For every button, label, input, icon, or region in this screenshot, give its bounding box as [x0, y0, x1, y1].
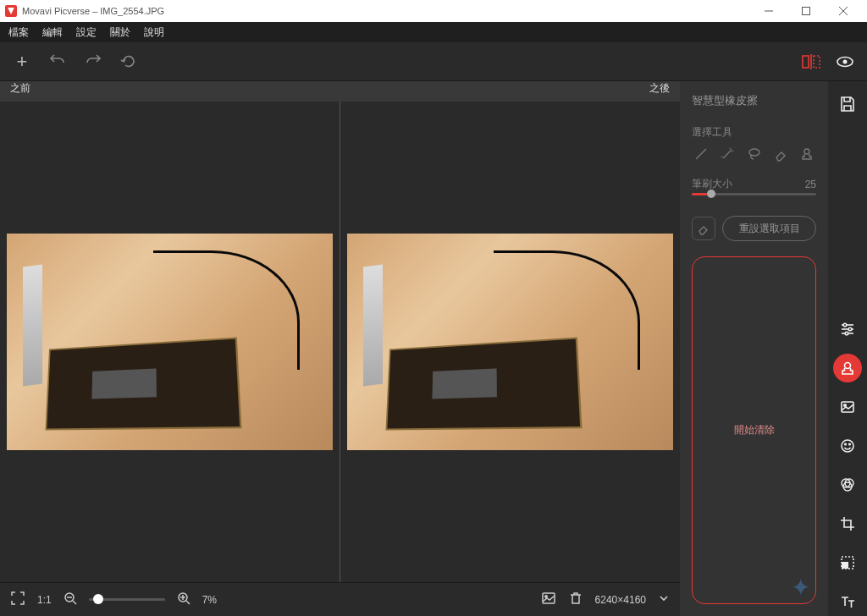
svg-point-19 [804, 149, 809, 154]
close-button[interactable] [825, 0, 862, 22]
svg-line-13 [186, 601, 190, 604]
minimize-button[interactable] [750, 0, 787, 22]
side-panel: 智慧型橡皮擦 選擇工具 筆刷大小 25 重設選取項目 開始清除 [680, 81, 828, 616]
reset-button[interactable] [119, 52, 139, 72]
titlebar: Movavi Picverse – IMG_2554.JPG [0, 0, 867, 22]
svg-point-31 [849, 443, 851, 445]
resize-icon[interactable] [833, 548, 862, 577]
stamp-tool-icon[interactable] [798, 143, 816, 165]
adjust-icon[interactable] [833, 315, 862, 344]
brush-size-slider[interactable] [692, 193, 816, 195]
menu-file[interactable]: 檔案 [8, 25, 29, 40]
after-label: 之後 [340, 81, 671, 102]
text-icon[interactable] [833, 587, 862, 616]
svg-point-25 [845, 332, 848, 335]
svg-rect-1 [803, 8, 810, 15]
svg-point-17 [544, 596, 546, 597]
svg-point-18 [749, 149, 759, 156]
zoom-slider[interactable] [89, 598, 165, 601]
before-pane [0, 102, 340, 582]
menu-help[interactable]: 說明 [144, 25, 164, 40]
zoom-1to1[interactable]: 1:1 [37, 594, 52, 606]
start-erase-button[interactable]: 開始清除 [692, 256, 816, 604]
window-title: Movavi Picverse – IMG_2554.JPG [22, 6, 164, 16]
zoom-in-icon[interactable] [177, 591, 191, 608]
fullscreen-icon[interactable] [10, 591, 25, 608]
color-icon[interactable] [833, 470, 862, 499]
bottom-bar: 1:1 7% 6240×4160 [0, 582, 680, 616]
before-label: 之前 [10, 81, 340, 102]
delete-icon[interactable] [568, 591, 583, 608]
add-button[interactable]: + [12, 52, 32, 72]
svg-point-24 [848, 327, 852, 331]
menu-edit[interactable]: 編輯 [42, 25, 63, 40]
menu-about[interactable]: 關於 [110, 25, 130, 40]
brush-size-value: 25 [805, 179, 816, 190]
image-dimensions: 6240×4160 [595, 594, 646, 606]
zoom-out-icon[interactable] [64, 591, 77, 608]
collapse-icon[interactable] [658, 592, 670, 607]
svg-point-29 [842, 440, 853, 452]
svg-line-10 [73, 601, 76, 604]
save-button[interactable] [833, 90, 862, 118]
eraser-tool-icon[interactable] [771, 143, 789, 165]
zoom-percent: 7% [202, 594, 217, 606]
reset-selection-button[interactable]: 重設選取項目 [722, 216, 816, 241]
smart-eraser-icon[interactable] [833, 354, 862, 382]
preview-icon[interactable] [835, 52, 855, 72]
app-icon [5, 5, 17, 17]
crop-icon[interactable] [833, 509, 862, 538]
eraser-mode-icon[interactable] [692, 217, 715, 240]
magic-wand-icon[interactable] [718, 143, 736, 165]
svg-rect-5 [814, 56, 820, 68]
panel-title: 智慧型橡皮擦 [692, 93, 816, 108]
image-icon[interactable] [833, 393, 862, 421]
brush-tool-icon[interactable] [692, 143, 710, 165]
before-image [7, 234, 333, 451]
svg-rect-36 [842, 562, 848, 569]
watermark-icon [791, 574, 825, 608]
compare-icon[interactable] [801, 52, 821, 72]
svg-point-26 [845, 363, 851, 369]
svg-point-8 [843, 59, 848, 63]
right-toolbar [828, 81, 867, 616]
after-pane [340, 102, 680, 582]
after-image [347, 234, 673, 451]
menubar: 檔案 編輯 設定 關於 說明 [0, 22, 867, 42]
svg-point-23 [843, 323, 847, 327]
lasso-tool-icon[interactable] [745, 143, 763, 165]
redo-button[interactable] [83, 52, 103, 72]
svg-rect-4 [803, 56, 809, 68]
image-info-icon[interactable] [541, 591, 556, 608]
editor-area: 之前 之後 1:1 7% 6240×416 [0, 81, 680, 616]
svg-rect-27 [842, 402, 853, 412]
svg-point-28 [844, 404, 847, 407]
menu-settings[interactable]: 設定 [76, 25, 97, 40]
compare-body[interactable] [0, 102, 680, 582]
svg-rect-16 [543, 593, 555, 603]
svg-point-30 [845, 443, 847, 445]
undo-button[interactable] [47, 52, 68, 72]
maximize-button[interactable] [787, 0, 825, 22]
toolbar: + [0, 42, 867, 81]
compare-header: 之前 之後 [0, 81, 680, 102]
emoji-icon[interactable] [833, 432, 862, 460]
select-tool-label: 選擇工具 [692, 125, 816, 140]
